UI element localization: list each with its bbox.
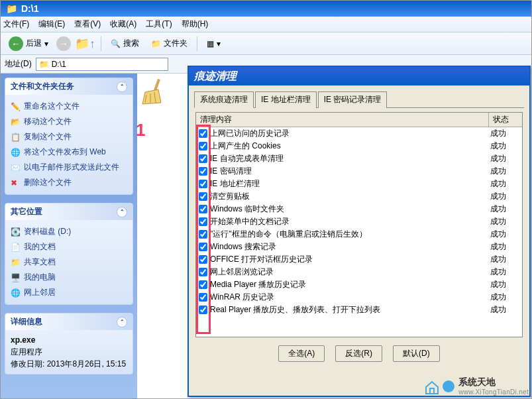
dialog-buttons: 全选(A) 反选(R) 默认(D) bbox=[194, 337, 524, 370]
cleanup-checkbox[interactable] bbox=[199, 142, 207, 150]
task-item[interactable]: ✏️重命名这个文件 bbox=[11, 99, 127, 114]
search-label: 搜索 bbox=[123, 38, 139, 49]
cleanup-label: Windows 搜索记录 bbox=[210, 241, 490, 253]
tasks-header[interactable]: 文件和文件夹任务 ⌃ bbox=[5, 78, 133, 95]
cleanup-row[interactable]: Windows 临时文件夹成功 bbox=[196, 203, 522, 215]
cleanup-checkbox[interactable] bbox=[199, 280, 207, 289]
cleanup-checkbox[interactable] bbox=[199, 129, 207, 138]
place-label: 我的电脑 bbox=[24, 272, 56, 283]
shared-icon: 📁 bbox=[11, 258, 20, 267]
task-label: 重命名这个文件 bbox=[24, 101, 80, 112]
cleanup-checkbox[interactable] bbox=[199, 255, 207, 264]
cleanup-label: IE 密码清理 bbox=[210, 166, 490, 177]
tab-system-cleanup[interactable]: 系统痕迹清理 bbox=[194, 91, 254, 108]
place-item[interactable]: 🌐网上邻居 bbox=[11, 285, 127, 300]
cleanup-checkbox[interactable] bbox=[199, 230, 207, 239]
tab-ie-password[interactable]: IE 密码记录清理 bbox=[318, 91, 388, 108]
chevron-up-icon: ⌃ bbox=[117, 207, 127, 217]
cleanup-checkbox[interactable] bbox=[199, 293, 207, 302]
task-item[interactable]: ✉️以电子邮件形式发送此文件 bbox=[11, 160, 127, 175]
cleanup-row[interactable]: 网上邻居浏览记录成功 bbox=[196, 266, 522, 278]
cleanup-row[interactable]: 上网产生的 Cookies成功 bbox=[196, 140, 522, 152]
invert-button[interactable]: 反选(R) bbox=[335, 345, 382, 362]
column-status[interactable]: 状态 bbox=[489, 113, 522, 127]
cleanup-status: 成功 bbox=[490, 304, 519, 315]
place-item[interactable]: 💽资料磁盘 (D:) bbox=[11, 224, 127, 239]
details-header[interactable]: 详细信息 ⌃ bbox=[5, 314, 133, 330]
menu-tools[interactable]: 工具(T) bbox=[146, 19, 172, 30]
cleanup-checkbox[interactable] bbox=[199, 217, 207, 226]
task-item[interactable]: 📋复制这个文件 bbox=[11, 129, 127, 144]
details-title: 详细信息 bbox=[11, 316, 42, 327]
select-all-button[interactable]: 全选(A) bbox=[278, 345, 325, 362]
task-item[interactable]: ✖删除这个文件 bbox=[11, 175, 127, 190]
dialog-titlebar[interactable]: 痕迹清理 bbox=[189, 67, 529, 86]
cleanup-row[interactable]: WinRAR 历史记录成功 bbox=[196, 291, 522, 304]
cleanup-label: IE 自动完成表单清理 bbox=[210, 153, 490, 164]
sidebar: 文件和文件夹任务 ⌃ ✏️重命名这个文件📂移动这个文件📋复制这个文件🌐将这个文件… bbox=[1, 74, 137, 398]
cleanup-checkbox[interactable] bbox=[199, 268, 207, 276]
cleanup-checkbox[interactable] bbox=[199, 192, 207, 201]
cleanup-row[interactable]: "运行"框里的命令（电脑重启或注销后生效）成功 bbox=[196, 228, 522, 241]
cleanup-row[interactable]: Media Player 播放历史记录成功 bbox=[196, 278, 522, 291]
cleanup-row[interactable]: IE 自动完成表单清理成功 bbox=[196, 152, 522, 165]
cleanup-checkbox[interactable] bbox=[199, 205, 207, 213]
folders-icon: 📁 bbox=[151, 39, 161, 48]
cleanup-row[interactable]: IE 密码清理成功 bbox=[196, 165, 522, 178]
task-label: 复制这个文件 bbox=[24, 131, 72, 142]
place-item[interactable]: 📄我的文档 bbox=[11, 239, 127, 255]
cleanup-checkbox[interactable] bbox=[199, 180, 207, 188]
tab-ie-address[interactable]: IE 地址栏清理 bbox=[255, 91, 317, 108]
place-label: 网上邻居 bbox=[24, 287, 56, 298]
cleanup-checkbox[interactable] bbox=[199, 306, 207, 314]
cleanup-checkbox[interactable] bbox=[199, 243, 207, 251]
cleanup-row[interactable]: 清空剪贴板成功 bbox=[196, 190, 522, 203]
menu-file[interactable]: 文件(F) bbox=[3, 19, 29, 30]
cleanup-row[interactable]: IE 地址栏清理成功 bbox=[196, 178, 522, 190]
cleanup-row[interactable]: 上网已访问的历史记录成功 bbox=[196, 127, 522, 140]
cleanup-status: 成功 bbox=[490, 266, 519, 278]
cleanup-row[interactable]: OFFICE 打开对话框历史记录成功 bbox=[196, 253, 522, 266]
cleanup-label: 开始菜单中的文档记录 bbox=[210, 216, 490, 227]
details-panel: 详细信息 ⌃ xp.exe 应用程序 修改日期: 2013年8月26日, 15:… bbox=[5, 313, 133, 374]
menu-edit[interactable]: 编辑(E) bbox=[38, 19, 65, 30]
computer-icon: 🖥️ bbox=[11, 273, 20, 282]
task-item[interactable]: 📂移动这个文件 bbox=[11, 114, 127, 129]
copy-icon: 📋 bbox=[11, 133, 20, 142]
task-item[interactable]: 🌐将这个文件发布到 Web bbox=[11, 144, 127, 160]
place-item[interactable]: 🖥️我的电脑 bbox=[11, 270, 127, 285]
details-filename: xp.exe bbox=[11, 334, 127, 346]
places-header[interactable]: 其它位置 ⌃ bbox=[5, 203, 133, 220]
folders-button[interactable]: 📁 文件夹 bbox=[147, 36, 191, 50]
separator bbox=[197, 36, 197, 51]
cleanup-row[interactable]: Windows 搜索记录成功 bbox=[196, 241, 522, 253]
cleanup-status: 成功 bbox=[490, 128, 519, 139]
cleanup-checkbox[interactable] bbox=[199, 154, 207, 163]
menu-help[interactable]: 帮助(H) bbox=[182, 19, 209, 30]
dialog-title: 痕迹清理 bbox=[194, 70, 237, 84]
default-button[interactable]: 默认(D) bbox=[393, 345, 440, 362]
address-input[interactable]: 📁 D:\1 bbox=[36, 58, 168, 71]
place-item[interactable]: 📁共享文档 bbox=[11, 255, 127, 270]
back-button[interactable]: ← 后退 ▾ bbox=[5, 35, 52, 52]
back-label: 后退 bbox=[26, 38, 42, 49]
cleanup-status: 成功 bbox=[490, 178, 519, 190]
cleaner-app-icon[interactable] bbox=[141, 78, 169, 105]
column-name[interactable]: 清理内容 bbox=[196, 113, 489, 127]
folder-up-button[interactable]: 📁↑ bbox=[75, 36, 95, 51]
details-body: xp.exe 应用程序 修改日期: 2013年8月26日, 15:15 bbox=[5, 330, 133, 374]
menu-view[interactable]: 查看(V) bbox=[74, 19, 101, 30]
menu-favorites[interactable]: 收藏(A) bbox=[110, 19, 136, 30]
cleanup-checkbox[interactable] bbox=[199, 167, 207, 176]
view-mode-button[interactable]: ▦ ▾ bbox=[203, 38, 225, 50]
task-label: 删除这个文件 bbox=[24, 177, 72, 188]
search-button[interactable]: 🔍 搜索 bbox=[107, 36, 143, 50]
move-icon: 📂 bbox=[11, 117, 20, 127]
cleanup-row[interactable]: 开始菜单中的文档记录成功 bbox=[196, 215, 522, 228]
dropdown-icon: ▾ bbox=[44, 39, 48, 48]
forward-button[interactable]: → bbox=[56, 36, 71, 51]
task-label: 将这个文件发布到 Web bbox=[24, 146, 106, 158]
cleanup-row[interactable]: Real Player 播放历史、播放列表、打开下拉列表成功 bbox=[196, 304, 522, 316]
details-type: 应用程序 bbox=[11, 346, 127, 358]
folders-label: 文件夹 bbox=[164, 38, 187, 49]
